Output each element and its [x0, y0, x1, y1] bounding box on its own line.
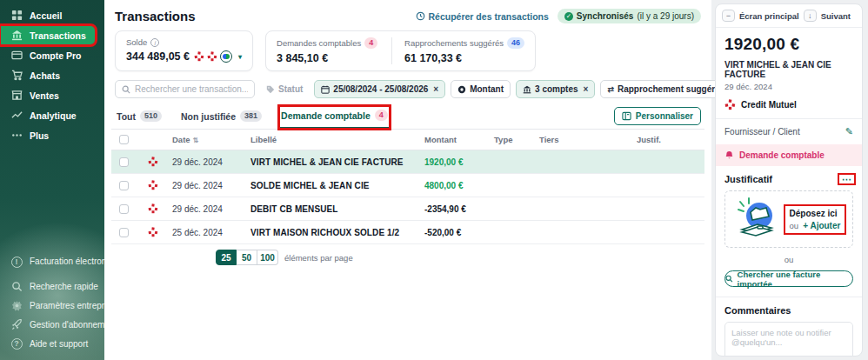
table-row[interactable]: 29 déc. 2024 VIRT MICHEL & JEAN CIE FACT…: [111, 150, 704, 174]
comptes-filter-chip[interactable]: 3 comptes ×: [516, 80, 595, 98]
row-date: 25 déc. 2024: [172, 228, 250, 237]
comment-textarea[interactable]: [724, 322, 853, 357]
rapprochements-stat[interactable]: Rapprochements suggérés 46 61 170,33 €: [404, 37, 524, 64]
remove-comptes-filter-icon[interactable]: ×: [584, 84, 589, 94]
montant-filter-chip[interactable]: Montant: [451, 80, 511, 98]
credit-mutuel-logo-icon: [148, 157, 158, 167]
search-input[interactable]: [135, 84, 248, 94]
row-montant: -520,00 €: [424, 228, 494, 237]
solde-card[interactable]: Solde i 344 489,05 € ▾: [115, 30, 253, 71]
justificatif-menu-button[interactable]: ⋯: [840, 176, 853, 183]
filter-bar: Statut 25/08/2024 - 25/08/2026 × Montant…: [111, 80, 704, 98]
sidebar-item-label: Analytique: [30, 110, 77, 121]
sidebar-item-recherche-rapide[interactable]: Recherche rapide: [0, 277, 104, 296]
tab-demande-comptable[interactable]: Demande comptable 4: [279, 106, 390, 129]
per-page-label: éléments par page: [284, 253, 353, 263]
sidebar-item-plus[interactable]: Plus: [0, 125, 104, 145]
page-size-100[interactable]: 100: [257, 250, 278, 265]
sidebar-item-analytique[interactable]: Analytique: [0, 105, 104, 125]
tab-non-justifiee[interactable]: Non justifiée 381: [179, 107, 264, 128]
sidebar-item-transactions[interactable]: Transactions: [0, 25, 96, 45]
tab-count-badge: 4: [375, 110, 388, 121]
tab-count-badge: 381: [240, 110, 262, 122]
row-date: 29 déc. 2024: [172, 181, 250, 190]
transaction-search-box[interactable]: [115, 80, 255, 98]
demande-comptable-banner: Demande comptable: [716, 144, 862, 166]
page-size-50[interactable]: 50: [237, 250, 257, 265]
row-libelle: SOLDE MICHEL & JEAN CIE: [250, 181, 424, 190]
ou-divider: ou: [716, 255, 862, 264]
down-arrow-keycap-icon[interactable]: ↓: [804, 10, 817, 22]
sidebar-item-gestion-abonnement[interactable]: Gestion d'abonnement: [0, 315, 104, 334]
justificatif-dropzone[interactable]: Déposez ici ou + Ajouter: [724, 190, 853, 248]
fournisseur-client-row: Fournisseur / Client ✎: [716, 119, 862, 144]
add-justificatif-button[interactable]: + Ajouter: [803, 221, 840, 230]
col-justif[interactable]: Justif.: [637, 135, 704, 144]
col-date[interactable]: Date: [172, 135, 190, 144]
dropzone-title: Déposez ici: [790, 209, 841, 218]
rapprochement-filter-chip[interactable]: ⇄ Rapprochement suggéré: [600, 80, 726, 98]
justificatif-header: Justificatif ⋯: [716, 166, 862, 189]
bank-icon: [10, 30, 23, 42]
date-range-filter-chip[interactable]: 25/08/2024 - 25/08/2026 ×: [314, 80, 445, 98]
gear-icon: [10, 299, 23, 311]
sidebar-item-label: Transactions: [30, 30, 86, 41]
search-imported-invoice-button[interactable]: Chercher une facture importée: [724, 270, 853, 287]
sidebar-item-accueil[interactable]: Accueil: [0, 5, 104, 25]
comments-section: Commentaires: [716, 297, 862, 357]
clock-refresh-icon: [416, 11, 425, 21]
sync-status-badge[interactable]: ✓ Synchronisés (il y a 29 jours): [558, 9, 701, 23]
fetch-transactions-link[interactable]: Récupérer des transactions: [416, 11, 549, 22]
demandes-comptables-stat[interactable]: Demandes comptables 4 3 845,10 €: [277, 37, 379, 64]
chart-line-icon: [10, 110, 23, 122]
col-libelle[interactable]: Libellé: [250, 135, 424, 144]
sidebar-item-label: Recherche rapide: [30, 282, 98, 291]
row-libelle: VIRT MAISON RICHOUX SOLDE 1/2: [250, 228, 424, 237]
select-all-checkbox[interactable]: [119, 135, 129, 144]
col-montant[interactable]: Montant: [424, 135, 494, 144]
row-checkbox[interactable]: [119, 157, 129, 167]
col-tiers[interactable]: Tiers: [539, 135, 637, 144]
dropzone-annotation-box: Déposez ici ou + Ajouter: [784, 204, 847, 235]
sidebar-item-parametres-entreprise[interactable]: Paramètres entreprise: [0, 296, 104, 315]
table-row[interactable]: 25 déc. 2024 VIRT MAISON RICHOUX SOLDE 1…: [111, 221, 704, 244]
rapprochements-label: Rapprochements suggérés: [404, 38, 504, 48]
sidebar-item-achats[interactable]: Achats: [0, 65, 104, 85]
info-icon[interactable]: i: [150, 38, 159, 47]
sidebar-item-compte-pro[interactable]: Compte Pro: [0, 45, 104, 65]
tag-icon: [266, 85, 275, 94]
sidebar-item-aide-support[interactable]: ? Aide et support: [0, 334, 104, 353]
table-row[interactable]: 29 déc. 2024 DEBIT CB MENSUEL -2354,90 €: [111, 197, 704, 221]
sidebar-item-label: Achats: [30, 70, 60, 81]
row-checkbox[interactable]: [119, 204, 129, 214]
row-checkbox[interactable]: [119, 181, 129, 190]
tab-tout[interactable]: Tout 510: [115, 107, 164, 128]
sync-label: Synchronisés: [577, 11, 634, 21]
row-libelle: VIRT MICHEL & JEAN CIE FACTURE: [250, 157, 424, 167]
table-row[interactable]: 29 déc. 2024 SOLDE MICHEL & JEAN CIE 480…: [111, 174, 704, 197]
page-size-25[interactable]: 25: [216, 250, 237, 265]
chevron-down-icon[interactable]: ▾: [238, 53, 242, 61]
upload-illustration: [731, 195, 782, 243]
rocket-icon: [10, 318, 23, 330]
row-checkbox[interactable]: [119, 228, 129, 237]
statut-filter-chip[interactable]: Statut: [260, 80, 309, 98]
sidebar-item-ventes[interactable]: Ventes: [0, 85, 104, 105]
screen-mode-label[interactable]: Écran principal: [739, 11, 799, 21]
search-icon: [122, 85, 130, 94]
col-type[interactable]: Type: [494, 135, 539, 144]
sidebar-item-facturation-electronique[interactable]: ! Facturation électronique Nouv.: [0, 247, 104, 277]
panel-header: − Écran principal ↓ Suivant ×: [716, 4, 862, 28]
sidebar-item-label: Compte Pro: [30, 50, 82, 61]
edit-pencil-icon[interactable]: ✎: [845, 126, 853, 137]
tabs-row: Tout 510 Non justifiée 381 Demande compt…: [111, 106, 704, 130]
credit-mutuel-logo-icon: [148, 203, 158, 214]
solde-label: Solde: [126, 37, 147, 47]
personnaliser-button[interactable]: Personnaliser: [614, 107, 701, 125]
credit-mutuel-logo-icon: [207, 51, 217, 62]
minus-keycap-icon[interactable]: −: [722, 10, 735, 22]
remove-date-filter-icon[interactable]: ×: [433, 84, 438, 94]
transaction-date: 29 déc. 2024: [724, 82, 853, 91]
next-button[interactable]: Suivant: [821, 11, 851, 21]
sort-icon[interactable]: ⇅: [193, 137, 199, 144]
